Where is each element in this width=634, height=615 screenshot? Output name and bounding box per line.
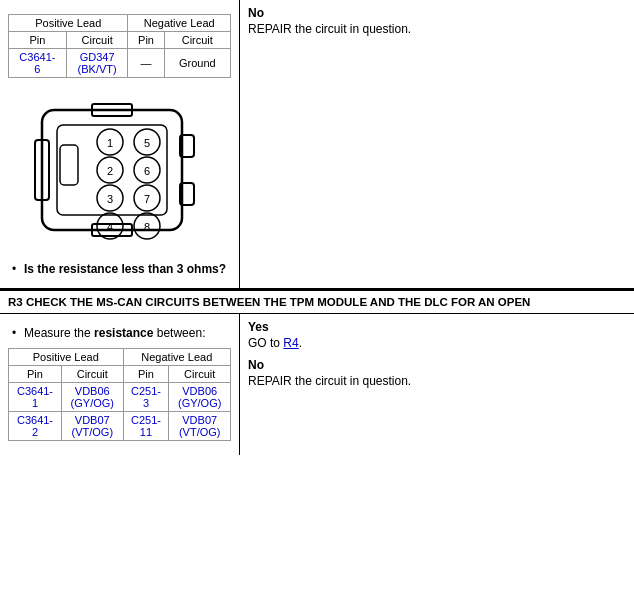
r3-cell-circuit1-row2: VDB07(VT/OG) (61, 412, 123, 441)
r3-cell-pin1-row2: C3641-2 (9, 412, 62, 441)
r3-table-row-2: C3641-2 VDB07(VT/OG) C251-11 VDB07(VT/OG… (9, 412, 231, 441)
cell-circuit1: GD347(BK/VT) (66, 49, 128, 78)
pin-header-1: Pin (9, 32, 67, 49)
table-row: C3641-6 GD347(BK/VT) — Ground (9, 49, 231, 78)
r3-cell-pin1-row1: C3641-1 (9, 383, 62, 412)
r3-cell-pin2-row2: C251-11 (123, 412, 169, 441)
r3-negative-lead-header: Negative Lead (123, 349, 230, 366)
resistance-question: Is the resistance less than 3 ohms? (8, 262, 231, 276)
r3-cell-pin2-row1: C251-3 (123, 383, 169, 412)
r3-left-panel: Measure the resistance between: Positive… (0, 314, 240, 455)
svg-rect-7 (60, 145, 78, 185)
pin-header-2: Pin (128, 32, 164, 49)
r3-positive-lead-header: Positive Lead (9, 349, 124, 366)
r3-table-row-1: C3641-1 VDB06(GY/OG) C251-3 VDB06(GY/OG) (9, 383, 231, 412)
r3-cell-circuit2-row2: VDB07(VT/OG) (169, 412, 231, 441)
r3-right-panel: Yes GO to R4. No REPAIR the circuit in q… (240, 314, 634, 455)
r3-section-header: R3 CHECK THE MS-CAN CIRCUITS BETWEEN THE… (0, 289, 634, 314)
r3-no-answer-block: No REPAIR the circuit in question. (248, 358, 626, 388)
cell-pin2: — (128, 49, 164, 78)
r3-pin-header-2: Pin (123, 366, 169, 383)
no-label: No (248, 6, 626, 20)
r3-yes-link[interactable]: R4 (283, 336, 298, 350)
r3-measurement-table: Positive Lead Negative Lead Pin Circuit … (8, 348, 231, 441)
r3-yes-action: GO to R4. (248, 336, 626, 350)
r3-yes-answer-block: Yes GO to R4. (248, 320, 626, 350)
r3-header-text: R3 CHECK THE MS-CAN CIRCUITS BETWEEN THE… (8, 296, 530, 308)
positive-lead-header: Positive Lead (9, 15, 128, 32)
svg-text:7: 7 (144, 193, 150, 205)
svg-text:5: 5 (144, 137, 150, 149)
negative-lead-header: Negative Lead (128, 15, 231, 32)
r3-yes-label: Yes (248, 320, 626, 334)
r3-section: Measure the resistance between: Positive… (0, 314, 634, 455)
top-measurement-table: Positive Lead Negative Lead Pin Circuit … (8, 14, 231, 78)
svg-text:1: 1 (107, 137, 113, 149)
cell-pin1: C3641-6 (9, 49, 67, 78)
r3-no-action-text: REPAIR the circuit in question. (248, 374, 626, 388)
svg-text:2: 2 (107, 165, 113, 177)
svg-text:6: 6 (144, 165, 150, 177)
r3-cell-circuit1-row1: VDB06(GY/OG) (61, 383, 123, 412)
r3-pin-header-1: Pin (9, 366, 62, 383)
no-action-text: REPAIR the circuit in question. (248, 22, 626, 36)
r3-cell-circuit2-row1: VDB06(GY/OG) (169, 383, 231, 412)
svg-text:3: 3 (107, 193, 113, 205)
connector-svg: 1 2 3 4 5 6 7 8 (32, 90, 207, 250)
r3-yes-action-text: GO to (248, 336, 280, 350)
no-answer-block: No REPAIR the circuit in question. (248, 6, 626, 36)
measure-resistance-bullet: Measure the resistance between: (8, 326, 231, 340)
cell-circuit2: Ground (164, 49, 230, 78)
circuit-header-2: Circuit (164, 32, 230, 49)
r3-circuit-header-2: Circuit (169, 366, 231, 383)
r3-circuit-header-1: Circuit (61, 366, 123, 383)
svg-text:8: 8 (144, 221, 150, 233)
top-right-panel: No REPAIR the circuit in question. (240, 0, 634, 289)
svg-text:4: 4 (107, 221, 113, 233)
connector-diagram: 1 2 3 4 5 6 7 8 (8, 90, 231, 250)
r3-no-label: No (248, 358, 626, 372)
circuit-header-1: Circuit (66, 32, 128, 49)
top-left-panel: Positive Lead Negative Lead Pin Circuit … (0, 0, 240, 289)
